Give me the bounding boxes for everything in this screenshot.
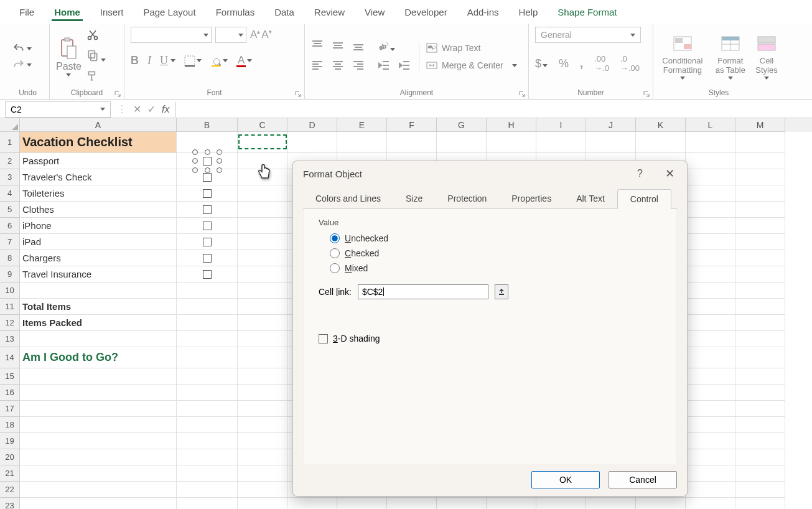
col-header-L[interactable]: L xyxy=(686,118,735,132)
cell-B16[interactable] xyxy=(177,385,238,401)
cell-C17[interactable] xyxy=(238,401,287,417)
cell-J1[interactable] xyxy=(586,132,636,153)
cell-C9[interactable] xyxy=(238,266,287,283)
cell-L14[interactable] xyxy=(686,347,735,368)
copy-button[interactable] xyxy=(86,49,106,64)
row-header-15[interactable]: 15 xyxy=(0,368,20,385)
dialog-help-button[interactable]: ? xyxy=(637,168,643,179)
menu-developer[interactable]: Developer xyxy=(394,2,457,22)
cell-L8[interactable] xyxy=(686,250,735,266)
cell-M3[interactable] xyxy=(735,169,785,185)
conditional-formatting-button[interactable]: Conditional Formatting xyxy=(660,34,706,80)
cell-M17[interactable] xyxy=(735,401,785,417)
cell-L17[interactable] xyxy=(686,401,735,417)
cell-C10[interactable] xyxy=(238,283,287,299)
cell-D23[interactable] xyxy=(287,498,337,509)
row-header-22[interactable]: 22 xyxy=(0,482,20,498)
cell-B5[interactable] xyxy=(177,202,238,218)
checkbox-9[interactable] xyxy=(203,270,212,279)
checkbox-6[interactable] xyxy=(203,222,212,230)
cell-B13[interactable] xyxy=(177,331,238,347)
cell-I23[interactable] xyxy=(536,498,586,509)
cell-B18[interactable] xyxy=(177,417,238,433)
cell-C20[interactable] xyxy=(238,449,287,465)
cell-M12[interactable] xyxy=(735,315,785,331)
cell-M13[interactable] xyxy=(735,331,785,347)
cell-M4[interactable] xyxy=(735,185,785,202)
cell-A13[interactable] xyxy=(20,331,177,347)
cell-M20[interactable] xyxy=(735,449,785,465)
cell-B8[interactable] xyxy=(177,250,238,266)
cell-C7[interactable] xyxy=(238,234,287,250)
align-bottom-button[interactable] xyxy=(352,40,365,54)
menu-file[interactable]: File xyxy=(9,2,44,22)
row-header-2[interactable]: 2 xyxy=(0,153,20,169)
italic-button[interactable]: I xyxy=(147,54,151,67)
cell-I1[interactable] xyxy=(536,132,586,153)
cell-A23[interactable] xyxy=(20,498,177,509)
cell-H1[interactable] xyxy=(487,132,536,153)
formula-input[interactable] xyxy=(175,102,812,117)
cell-A4[interactable]: Toileteries xyxy=(20,185,177,202)
align-left-button[interactable] xyxy=(311,60,324,73)
cell-G1[interactable] xyxy=(437,132,487,153)
cell-B20[interactable] xyxy=(177,449,238,465)
cell-L2[interactable] xyxy=(686,153,735,169)
cell-M18[interactable] xyxy=(735,417,785,433)
cell-A6[interactable]: iPhone xyxy=(20,218,177,234)
row-header-23[interactable]: 23 xyxy=(0,498,20,509)
cell-B15[interactable] xyxy=(177,368,238,385)
underline-button[interactable]: U xyxy=(160,54,168,67)
cell-M14[interactable] xyxy=(735,347,785,368)
cell-M16[interactable] xyxy=(735,385,785,401)
cell-C21[interactable] xyxy=(238,465,287,482)
checkbox-7[interactable] xyxy=(203,238,212,246)
align-center-button[interactable] xyxy=(332,60,344,73)
row-header-18[interactable]: 18 xyxy=(0,417,20,433)
col-header-A[interactable]: A xyxy=(20,118,177,132)
cell-C19[interactable] xyxy=(238,433,287,449)
cell-A9[interactable]: Travel Insurance xyxy=(20,266,177,283)
cell-L4[interactable] xyxy=(686,185,735,202)
cell-A7[interactable]: iPad xyxy=(20,234,177,250)
ok-button[interactable]: OK xyxy=(531,471,600,488)
number-format-select[interactable]: General xyxy=(535,27,641,43)
decrease-font-button[interactable]: A▾ xyxy=(261,29,271,41)
cell-L19[interactable] xyxy=(686,433,735,449)
radio-unchecked[interactable]: Unchecked xyxy=(330,233,661,243)
cell-B19[interactable] xyxy=(177,433,238,449)
menu-view[interactable]: View xyxy=(355,2,394,22)
clipboard-launcher[interactable] xyxy=(114,89,121,96)
increase-indent-button[interactable] xyxy=(398,60,411,73)
cell-L3[interactable] xyxy=(686,169,735,185)
row-header-12[interactable]: 12 xyxy=(0,315,20,331)
cell-A10[interactable] xyxy=(20,283,177,299)
row-header-5[interactable]: 5 xyxy=(0,202,20,218)
cell-M10[interactable] xyxy=(735,283,785,299)
percent-format-button[interactable]: % xyxy=(559,57,569,70)
tab-properties[interactable]: Properties xyxy=(499,189,564,208)
cell-A1[interactable]: Vacation Checklist xyxy=(20,132,177,153)
menu-review[interactable]: Review xyxy=(304,2,355,22)
cell-C6[interactable] xyxy=(238,218,287,234)
checkbox-5[interactable] xyxy=(203,205,212,214)
col-header-F[interactable]: F xyxy=(387,118,437,132)
cell-B10[interactable] xyxy=(177,283,238,299)
cell-L21[interactable] xyxy=(686,465,735,482)
cell-B14[interactable] xyxy=(177,347,238,368)
cell-B6[interactable] xyxy=(177,218,238,234)
row-header-10[interactable]: 10 xyxy=(0,283,20,299)
cell-L12[interactable] xyxy=(686,315,735,331)
alignment-launcher[interactable] xyxy=(518,89,526,96)
increase-font-button[interactable]: A▴ xyxy=(250,29,260,41)
tab-colors-lines[interactable]: Colors and Lines xyxy=(303,189,393,208)
row-header-14[interactable]: 14 xyxy=(0,347,20,368)
col-header-D[interactable]: D xyxy=(287,118,337,132)
cell-L1[interactable] xyxy=(686,132,735,153)
format-as-table-button[interactable]: Format as Table xyxy=(714,34,747,80)
orientation-button[interactable]: ab xyxy=(378,40,395,54)
cell-C12[interactable] xyxy=(238,315,287,331)
tab-alt-text[interactable]: Alt Text xyxy=(564,189,617,208)
font-color-button[interactable]: A xyxy=(236,55,252,67)
cell-K23[interactable] xyxy=(636,498,686,509)
